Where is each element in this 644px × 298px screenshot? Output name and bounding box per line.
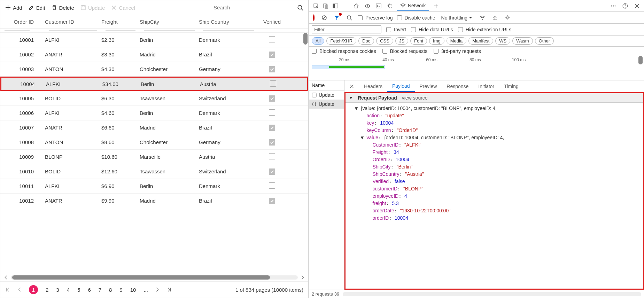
- preview-tab[interactable]: Preview: [415, 80, 442, 92]
- verified-checkbox[interactable]: [269, 95, 275, 102]
- third-party-checkbox[interactable]: 3rd-party requests: [434, 48, 481, 54]
- payload-tree[interactable]: ▼ {value: {orderID: 10004, customerID: "…: [346, 103, 643, 224]
- filter-box[interactable]: [5, 30, 30, 31]
- debugger-icon[interactable]: [386, 2, 394, 10]
- page-number[interactable]: 6: [88, 287, 91, 293]
- scroll-right-icon[interactable]: [300, 275, 305, 280]
- type-filter-pill[interactable]: WS: [495, 37, 510, 45]
- delete-button[interactable]: Delete: [52, 5, 74, 11]
- col-order-id[interactable]: Order ID: [0, 19, 42, 25]
- col-customer-id[interactable]: Customer ID: [42, 19, 101, 25]
- page-number[interactable]: 9: [119, 287, 122, 293]
- verified-checkbox[interactable]: [269, 168, 275, 175]
- search-box[interactable]: [213, 3, 303, 12]
- view-source-link[interactable]: view source: [402, 95, 428, 101]
- headers-tab[interactable]: Headers: [359, 80, 387, 92]
- table-row[interactable]: 10004ALFKI$34.00BerlinAustria: [0, 77, 308, 91]
- filter-funnel-icon[interactable]: [333, 14, 341, 22]
- throttling-select[interactable]: No throttling: [440, 14, 474, 22]
- table-row[interactable]: 10003ANTON$4.30CholchesterGermany: [0, 62, 308, 77]
- page-number[interactable]: 4: [67, 287, 70, 293]
- filter-box[interactable]: [49, 30, 97, 31]
- help-icon[interactable]: [621, 2, 629, 10]
- page-number[interactable]: ...: [143, 287, 148, 293]
- timeline-scrollbar[interactable]: [638, 56, 643, 80]
- payload-tab[interactable]: Payload: [387, 80, 415, 92]
- page-number[interactable]: 7: [99, 287, 101, 293]
- type-filter-pill[interactable]: All: [312, 37, 324, 45]
- verified-checkbox[interactable]: [269, 52, 275, 58]
- cancel-button[interactable]: Cancel: [111, 5, 135, 11]
- hide-ext-urls-checkbox[interactable]: Hide extension URLs: [458, 27, 512, 32]
- table-row[interactable]: 10011ALFKI$6.90BerlinDenmark: [0, 179, 308, 194]
- console-icon[interactable]: [374, 2, 383, 10]
- page-number[interactable]: 1: [29, 285, 38, 294]
- type-filter-pill[interactable]: CSS: [376, 37, 393, 45]
- response-tab[interactable]: Response: [442, 80, 473, 92]
- timeline[interactable]: 20 ms 40 ms 60 ms 80 ms 100 ms: [309, 56, 644, 80]
- table-row[interactable]: 10007ANATR$6.60MadridBrazil: [0, 120, 308, 135]
- type-filter-pill[interactable]: Wasm: [512, 37, 533, 45]
- col-verified[interactable]: Verified: [258, 19, 286, 25]
- type-filter-pill[interactable]: Font: [410, 37, 427, 45]
- new-tab-icon[interactable]: [432, 2, 440, 10]
- table-row[interactable]: 10001ALFKI$2.30BerlinDenmark: [0, 33, 308, 47]
- preserve-log-checkbox[interactable]: Preserve log: [358, 15, 393, 21]
- network-conditions-icon[interactable]: [478, 14, 487, 22]
- collapse-icon[interactable]: ▼: [349, 96, 353, 100]
- table-row[interactable]: 10010BOLID$12.60TsawassenSwitzerland: [0, 164, 308, 179]
- verified-checkbox[interactable]: [269, 109, 275, 116]
- search-icon[interactable]: [345, 14, 354, 22]
- dock-icon[interactable]: [331, 2, 340, 10]
- settings-icon[interactable]: [503, 14, 512, 22]
- type-filter-pill[interactable]: Img: [429, 37, 444, 45]
- home-icon[interactable]: [352, 2, 360, 10]
- table-row[interactable]: 10006ALFKI$4.60BerlinDenmark: [0, 106, 308, 120]
- filter-box[interactable]: [144, 30, 195, 31]
- verified-checkbox[interactable]: [269, 139, 275, 146]
- type-filter-pill[interactable]: JS: [395, 37, 408, 45]
- page-number[interactable]: 2: [46, 287, 48, 293]
- filter-box[interactable]: [203, 30, 254, 31]
- horizontal-scrollbar[interactable]: [0, 274, 308, 281]
- col-ship-city[interactable]: ShipCity: [140, 19, 199, 25]
- verified-checkbox[interactable]: [269, 36, 275, 42]
- filter-input[interactable]: [312, 25, 381, 33]
- hide-data-urls-checkbox[interactable]: Hide data URLs: [411, 27, 453, 32]
- table-row[interactable]: 10002ANATR$3.30MadridBrazil: [0, 47, 308, 62]
- footer-scrollbar[interactable]: [343, 292, 641, 296]
- initiator-tab[interactable]: Initiator: [473, 80, 499, 92]
- payload-section-header[interactable]: ▼ Request Payload view source: [346, 93, 643, 103]
- verified-checkbox[interactable]: [269, 66, 275, 72]
- verified-checkbox[interactable]: [270, 80, 276, 87]
- record-icon[interactable]: [312, 14, 316, 22]
- col-ship-country[interactable]: Ship Country: [199, 19, 258, 25]
- type-filter-pill[interactable]: Fetch/XHR: [326, 37, 356, 45]
- page-number[interactable]: 10: [130, 287, 136, 293]
- update-button[interactable]: Update: [80, 5, 105, 11]
- more-icon[interactable]: [609, 2, 618, 10]
- pager-next-icon[interactable]: [155, 287, 160, 292]
- type-filter-pill[interactable]: Manifest: [468, 37, 493, 45]
- table-row[interactable]: 10008ANTON$8.60CholchesterGermany: [0, 135, 308, 150]
- search-input[interactable]: [213, 3, 297, 12]
- type-filter-pill[interactable]: Doc: [358, 37, 374, 45]
- verified-checkbox[interactable]: [269, 198, 275, 204]
- blocked-cookies-checkbox[interactable]: Blocked response cookies: [312, 48, 376, 54]
- invert-checkbox[interactable]: Invert: [386, 27, 406, 32]
- pager-prev-icon[interactable]: [17, 287, 22, 292]
- type-filter-pill[interactable]: Media: [447, 37, 466, 45]
- table-row[interactable]: 10009BLONP$10.60MarseilleAustria: [0, 150, 308, 164]
- verified-checkbox[interactable]: [269, 125, 275, 131]
- import-icon[interactable]: [491, 14, 499, 22]
- elements-icon[interactable]: [363, 2, 372, 10]
- request-item[interactable]: Update: [309, 100, 344, 109]
- clear-icon[interactable]: [320, 14, 328, 22]
- edit-button[interactable]: Edit: [29, 5, 45, 11]
- pager-first-icon[interactable]: [5, 287, 10, 292]
- search-icon[interactable]: [297, 5, 303, 11]
- inspect-icon[interactable]: [312, 2, 320, 10]
- scroll-thumb[interactable]: [12, 275, 270, 280]
- close-devtools-icon[interactable]: [633, 2, 641, 10]
- page-number[interactable]: 3: [56, 287, 59, 293]
